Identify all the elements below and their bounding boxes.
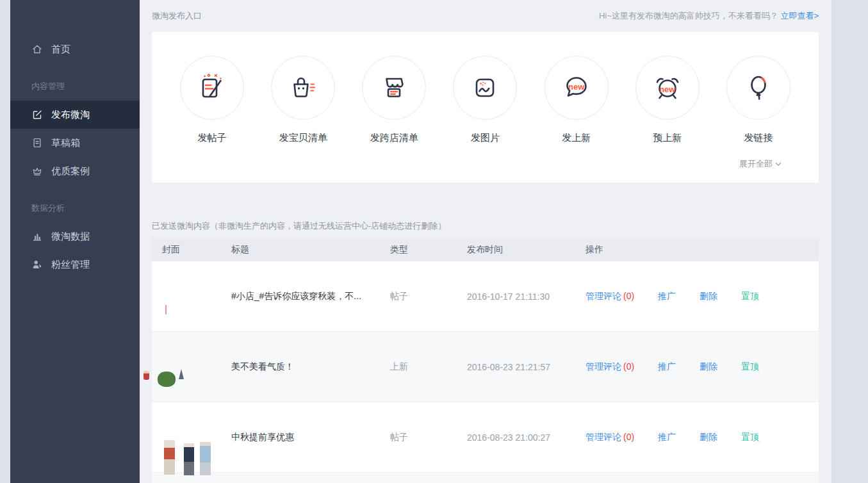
channel-label: 发帖子	[198, 132, 227, 144]
channel-cross-store-list[interactable]: 发跨店清单	[362, 56, 426, 144]
publish-time: 2016-08-23 21:21:57	[467, 362, 585, 372]
picture-icon	[453, 56, 517, 120]
delete-link[interactable]: 删除	[700, 432, 741, 443]
post-type: 上新	[390, 361, 467, 373]
table-row	[152, 472, 819, 483]
tips-banner: Hi~这里有发布微淘的高富帅技巧，不来看看吗？ 立即查看>	[599, 10, 819, 22]
comment-count: (0)	[623, 432, 634, 442]
table-row: 中秋提前享优惠 帖子 2016-08-23 21:00:27 管理评论(0) 推…	[152, 402, 819, 472]
new-badge: new	[568, 82, 584, 92]
manage-comments-link[interactable]: 管理评论(0)	[585, 291, 658, 302]
table-row: #小店_#告诉你应该穿秋装，不... 帖子 2016-10-17 21:11:3…	[152, 261, 819, 331]
speech-bubble-icon: new	[545, 56, 609, 120]
channel-link[interactable]: 发链接	[726, 56, 790, 144]
chevron-right-icon: >	[814, 11, 819, 20]
fans-icon	[31, 259, 43, 270]
sidebar-item-label: 微淘数据	[51, 231, 90, 243]
column-header-cover: 封面	[152, 244, 231, 256]
pin-to-top-link[interactable]: 置顶	[741, 432, 759, 443]
post-title: 中秋提前享优惠	[231, 432, 390, 443]
channel-new-arrival[interactable]: new 发上新	[545, 56, 609, 144]
delete-link[interactable]: 删除	[700, 361, 741, 373]
manage-comments-link[interactable]: 管理评论(0)	[585, 432, 658, 443]
left-gutter	[0, 0, 10, 483]
channel-item-list[interactable]: 发宝贝清单	[271, 56, 335, 144]
bar-chart-icon	[31, 231, 43, 242]
right-gutter	[831, 0, 868, 483]
column-header-time: 发布时间	[467, 244, 585, 256]
post-title: #小店_#告诉你应该穿秋装，不...	[231, 291, 390, 302]
alarm-clock-icon: new	[635, 56, 700, 120]
post-type: 帖子	[390, 432, 467, 443]
channel-pre-arrival[interactable]: new 预上新	[635, 56, 700, 144]
sidebar-item-label: 优质案例	[51, 165, 90, 177]
sidebar-item-home[interactable]: 首页	[10, 35, 140, 63]
page-title: 微淘发布入口	[152, 10, 202, 22]
table-header-row: 封面 标题 类型 发布时间 操作	[152, 238, 819, 261]
sidebar-item-label: 发布微淘	[51, 109, 90, 121]
published-section-title: 已发送微淘内容（非微淘生产的内容，请通过无线运营中心-店铺动态进行删除）	[152, 220, 819, 232]
sidebar-item-weitao-data[interactable]: 微淘数据	[10, 222, 140, 250]
channel-label: 发宝贝清单	[279, 132, 327, 144]
sidebar-item-label: 草稿箱	[51, 137, 80, 149]
edit-square-icon	[31, 109, 43, 120]
tips-text: Hi~这里有发布微淘的高富帅技巧，不来看看吗？	[599, 11, 778, 20]
channel-label: 发上新	[562, 132, 591, 144]
sidebar: 首页 内容管理 发布微淘 草稿箱 优质案例 数据分析 微淘数	[10, 0, 140, 483]
comment-count: (0)	[623, 361, 634, 372]
sidebar-section-analytics: 数据分析	[10, 194, 140, 222]
channel-label: 发链接	[744, 132, 773, 144]
pin-to-top-link[interactable]: 置顶	[741, 361, 759, 373]
table-row: 美不美看气质！ 上新 2016-08-23 21:21:57 管理评论(0) 推…	[152, 331, 819, 402]
channel-row: 发帖子 发宝贝清单	[180, 56, 790, 144]
sidebar-item-label: 首页	[51, 44, 70, 56]
sidebar-item-quality-cases[interactable]: 优质案例	[10, 157, 140, 185]
channel-label: 发跨店清单	[370, 132, 418, 144]
chevron-down-icon	[775, 162, 782, 166]
delete-link[interactable]: 删除	[700, 291, 741, 302]
sidebar-item-drafts[interactable]: 草稿箱	[10, 129, 140, 157]
channel-label: 发图片	[471, 132, 500, 144]
channel-post[interactable]: 发帖子	[180, 56, 244, 144]
shopping-bag-icon	[271, 56, 335, 120]
comment-count: (0)	[623, 291, 634, 301]
new-badge: new	[659, 85, 675, 94]
main-content: 微淘发布入口 Hi~这里有发布微淘的高富帅技巧，不来看看吗？ 立即查看>	[140, 0, 831, 483]
expand-all-button[interactable]: 展开全部	[739, 158, 782, 170]
column-header-type: 类型	[390, 244, 467, 256]
sidebar-section-content: 内容管理	[10, 72, 140, 101]
promote-link[interactable]: 推广	[658, 291, 700, 302]
topbar: 微淘发布入口 Hi~这里有发布微淘的高富帅技巧，不来看看吗？ 立即查看>	[152, 0, 819, 32]
draft-icon	[31, 137, 43, 149]
manage-comments-link[interactable]: 管理评论(0)	[585, 361, 658, 373]
post-pencil-icon	[180, 56, 244, 120]
promote-link[interactable]: 推广	[658, 361, 700, 373]
post-type: 帖子	[390, 291, 467, 302]
storefront-icon	[362, 56, 426, 120]
column-header-actions: 操作	[585, 244, 819, 256]
pin-to-top-link[interactable]: 置顶	[741, 291, 759, 302]
channel-picture[interactable]: 发图片	[453, 56, 517, 144]
publish-channels-card: 发帖子 发宝贝清单	[152, 32, 819, 183]
column-header-title: 标题	[231, 244, 390, 256]
promote-link[interactable]: 推广	[658, 432, 700, 443]
publish-time: 2016-10-17 21:11:30	[467, 291, 585, 302]
sidebar-item-publish-weitao[interactable]: 发布微淘	[10, 101, 140, 129]
app-container: 首页 内容管理 发布微淘 草稿箱 优质案例 数据分析 微淘数	[10, 0, 831, 483]
sidebar-item-label: 粉丝管理	[51, 259, 90, 271]
home-icon	[31, 44, 43, 55]
channel-label: 预上新	[653, 132, 682, 144]
post-title: 美不美看气质！	[231, 361, 390, 373]
publish-time: 2016-08-23 21:00:27	[467, 432, 585, 443]
view-now-link[interactable]: 立即查看>	[780, 11, 819, 20]
sidebar-item-fans-management[interactable]: 粉丝管理	[10, 250, 140, 279]
published-table: 封面 标题 类型 发布时间 操作 #小店_#告诉你应该穿秋装，不... 帖子 2…	[152, 238, 819, 483]
crown-icon	[31, 165, 43, 177]
balloon-icon	[726, 56, 790, 120]
